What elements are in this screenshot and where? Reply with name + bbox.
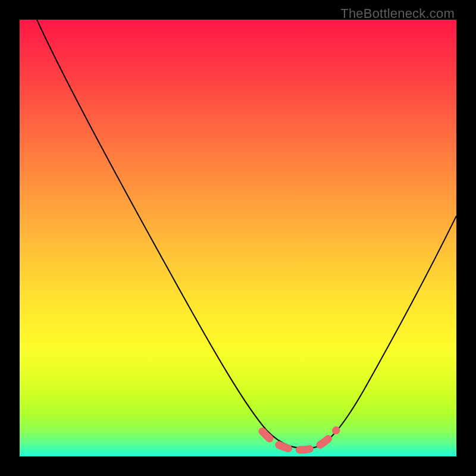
curve-highlight-dashed (262, 430, 336, 450)
chart-plot-area (20, 20, 456, 456)
watermark-text: TheBottleneck.com (340, 6, 455, 21)
bottleneck-curve-svg (20, 20, 456, 456)
chart-frame: TheBottleneck.com (0, 0, 476, 476)
bottleneck-curve-path (37, 20, 456, 448)
